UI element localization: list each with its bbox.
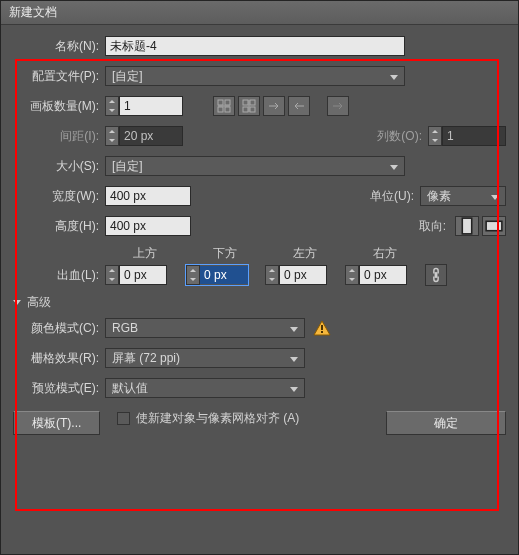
- height-label: 高度(H):: [13, 218, 105, 235]
- units-select[interactable]: 像素: [420, 186, 506, 206]
- svg-rect-1: [225, 100, 230, 105]
- size-value: [自定]: [112, 158, 143, 175]
- svg-rect-12: [321, 331, 323, 333]
- bleed-left-label: 左方: [265, 245, 345, 262]
- svg-rect-0: [218, 100, 223, 105]
- height-input[interactable]: [105, 216, 191, 236]
- svg-rect-9: [486, 221, 502, 230]
- colormode-value: RGB: [112, 321, 138, 335]
- svg-rect-10: [435, 272, 438, 278]
- warning-icon: [313, 320, 331, 336]
- svg-rect-7: [250, 107, 255, 112]
- new-document-dialog: 新建文档 名称(N): 配置文件(P): [自定] 画板数量(M):: [0, 0, 519, 555]
- artboard-count-label: 画板数量(M):: [13, 98, 105, 115]
- svg-rect-8: [462, 218, 471, 234]
- bleed-bottom-stepper[interactable]: [185, 264, 249, 286]
- profile-select[interactable]: [自定]: [105, 66, 405, 86]
- svg-rect-11: [321, 325, 323, 330]
- preview-select[interactable]: 默认值: [105, 378, 305, 398]
- grid-by-row-icon[interactable]: [213, 96, 235, 116]
- preview-value: 默认值: [112, 380, 148, 397]
- bleed-right-input[interactable]: [359, 265, 407, 285]
- bleed-left-input[interactable]: [279, 265, 327, 285]
- units-label: 单位(U):: [360, 188, 420, 205]
- advanced-label: 高级: [27, 294, 51, 311]
- cols-stepper: [428, 126, 506, 146]
- orient-landscape-button[interactable]: [482, 216, 506, 236]
- grid-by-col-icon[interactable]: [238, 96, 260, 116]
- dialog-buttons: 模板(T)... 确定: [13, 411, 506, 435]
- bleed-bottom-input[interactable]: [200, 266, 248, 284]
- orient-portrait-button[interactable]: [455, 216, 479, 236]
- template-button[interactable]: 模板(T)...: [13, 411, 100, 435]
- size-select[interactable]: [自定]: [105, 156, 405, 176]
- rearrange-icon[interactable]: [327, 96, 349, 116]
- artboard-count-stepper[interactable]: [105, 96, 183, 116]
- row-ltr-icon[interactable]: [263, 96, 285, 116]
- dialog-title: 新建文档: [9, 4, 57, 21]
- svg-rect-6: [243, 107, 248, 112]
- link-bleed-button[interactable]: [425, 264, 447, 286]
- units-value: 像素: [427, 188, 451, 205]
- profile-label: 配置文件(P):: [13, 68, 105, 85]
- name-label: 名称(N):: [13, 38, 105, 55]
- bleed-left-stepper[interactable]: [265, 265, 327, 285]
- cols-label: 列数(O):: [368, 128, 428, 145]
- spacing-label: 间距(I):: [13, 128, 105, 145]
- orient-label: 取向:: [392, 218, 452, 235]
- raster-label: 栅格效果(R):: [13, 350, 105, 367]
- size-label: 大小(S):: [13, 158, 105, 175]
- ok-button[interactable]: 确定: [386, 411, 506, 435]
- svg-rect-4: [243, 100, 248, 105]
- bleed-bottom-label: 下方: [185, 245, 265, 262]
- svg-rect-3: [225, 107, 230, 112]
- svg-rect-5: [250, 100, 255, 105]
- svg-rect-2: [218, 107, 223, 112]
- bleed-right-label: 右方: [345, 245, 425, 262]
- width-input[interactable]: [105, 186, 191, 206]
- preview-label: 预览模式(E):: [13, 380, 105, 397]
- bleed-right-stepper[interactable]: [345, 265, 407, 285]
- name-input[interactable]: [105, 36, 405, 56]
- colormode-select[interactable]: RGB: [105, 318, 305, 338]
- advanced-header[interactable]: 高级: [13, 294, 506, 311]
- raster-value: 屏幕 (72 ppi): [112, 350, 180, 367]
- cols-input: [442, 126, 506, 146]
- titlebar[interactable]: 新建文档: [1, 1, 518, 25]
- bleed-label: 出血(L):: [13, 267, 105, 284]
- bleed-top-stepper[interactable]: [105, 265, 167, 285]
- raster-select[interactable]: 屏幕 (72 ppi): [105, 348, 305, 368]
- artboard-count-input[interactable]: [119, 96, 183, 116]
- colormode-label: 颜色模式(C):: [13, 320, 105, 337]
- spacing-input: [119, 126, 183, 146]
- width-label: 宽度(W):: [13, 188, 105, 205]
- profile-value: [自定]: [112, 68, 143, 85]
- spacing-stepper: [105, 126, 183, 146]
- bleed-top-input[interactable]: [119, 265, 167, 285]
- dialog-content: 名称(N): 配置文件(P): [自定] 画板数量(M): 间距(I):: [1, 25, 518, 447]
- row-rtl-icon[interactable]: [288, 96, 310, 116]
- bleed-top-label: 上方: [105, 245, 185, 262]
- bleed-headers: 上方 下方 左方 右方: [105, 245, 506, 262]
